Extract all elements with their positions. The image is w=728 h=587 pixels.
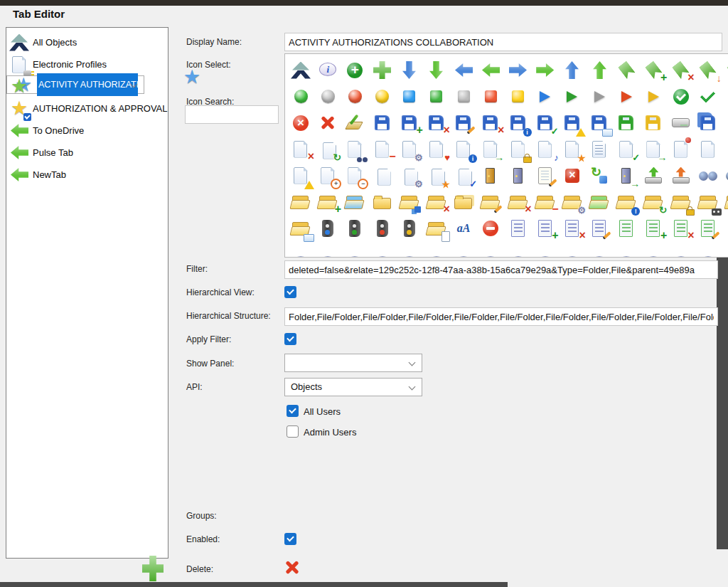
icon-grid-cell[interactable] [586,110,613,136]
icon-grid-cell[interactable] [287,189,314,215]
hierarchical-structure-input[interactable] [284,307,718,326]
icon-grid-cell[interactable] [586,83,613,110]
icon-grid-cell[interactable]: ✓ [532,110,559,136]
selected-icon-preview[interactable]: ★ [181,66,203,88]
icon-grid-cell[interactable] [396,57,423,83]
icon-grid-cell[interactable] [722,241,728,258]
sidebar-item-all-objects[interactable]: All Objects [6,31,168,53]
icon-grid-cell[interactable]: ↓ [695,57,722,83]
apply-filter-checkbox[interactable] [284,333,296,345]
icon-grid-cell[interactable]: × [505,189,532,215]
icon-grid-cell[interactable] [477,215,504,241]
icon-grid-cell[interactable] [314,83,341,110]
filter-input[interactable] [284,260,718,279]
icon-grid-cell[interactable]: + [640,215,667,241]
icon-grid-cell[interactable] [586,136,613,162]
icon-grid-cell[interactable] [341,215,368,241]
icon-grid-cell[interactable] [369,57,396,83]
icon-grid-cell[interactable] [369,110,396,136]
icon-grid-cell[interactable] [613,57,640,83]
icon-grid-cell[interactable] [640,241,667,258]
icon-grid-cell[interactable] [695,83,722,110]
icon-grid-cell[interactable] [668,83,695,110]
icon-grid-cell[interactable]: → [613,162,640,189]
icon-grid-cell[interactable] [722,83,728,110]
icon-grid-cell[interactable] [505,162,532,189]
icon-grid-cell[interactable]: i [505,110,532,136]
icon-grid-cell[interactable] [722,110,728,136]
icon-grid-cell[interactable]: + [640,57,667,83]
hierarchical-view-checkbox[interactable] [284,286,296,298]
icon-grid-cell[interactable] [505,83,532,110]
icon-grid-cell[interactable] [505,215,532,241]
icon-grid-cell[interactable] [477,241,504,258]
icon-grid-cell[interactable] [532,57,559,83]
icon-grid-cell[interactable] [369,189,396,215]
icon-grid-cell[interactable] [450,241,477,258]
all-users-checkbox[interactable] [287,405,299,417]
icon-grid-cell[interactable] [423,57,450,83]
icon-grid-cell[interactable]: i [450,136,477,162]
icon-grid-cell[interactable] [341,189,368,215]
sidebar-item-to-onedrive[interactable]: To OneDrive [6,120,168,142]
icon-grid-cell[interactable] [586,241,613,258]
icon-grid-cell[interactable]: ↻ [640,189,667,215]
icon-grid-cell[interactable] [695,189,722,215]
icon-grid-cell[interactable] [450,110,477,136]
icon-grid-cell[interactable] [314,57,341,83]
icon-grid-cell[interactable] [640,83,667,110]
icon-grid-cell[interactable]: − [369,136,396,162]
icon-grid-cell[interactable]: ✓ [613,136,640,162]
sidebar-item-pulse-tab[interactable]: Pulse Tab [6,142,168,164]
icon-grid-cell[interactable] [423,83,450,110]
icon-grid-cell[interactable] [640,110,667,136]
icon-grid-cell[interactable]: → [477,136,504,162]
sidebar-item-electronic-profiles[interactable]: Electronic Profiles [6,53,168,75]
icon-grid-cell[interactable] [477,57,504,83]
sidebar-item-newtab[interactable]: NewTab [6,164,168,186]
icon-grid-cell[interactable] [586,215,613,241]
icon-grid-cell[interactable] [668,241,695,258]
icon-grid-cell[interactable] [613,110,640,136]
admin-users-checkbox[interactable] [287,425,299,438]
icon-grid-cell[interactable] [396,83,423,110]
icon-grid-cell[interactable]: ↻ [314,136,341,162]
icon-grid-cell[interactable] [341,110,368,136]
icon-grid-cell[interactable] [369,215,396,241]
icon-grid-cell[interactable] [369,241,396,258]
icon-grid-cell[interactable] [287,215,314,241]
icon-grid-cell[interactable] [341,83,368,110]
icon-grid-cell[interactable]: ♥ [423,136,450,162]
icon-grid-cell[interactable]: ! [613,189,640,215]
icon-grid-cell[interactable] [695,241,722,258]
icon-grid-cell[interactable] [722,57,728,83]
icon-grid-cell[interactable] [423,162,450,189]
icon-grid-cell[interactable] [369,162,396,189]
icon-grid-cell[interactable]: + [314,162,341,189]
icon-grid-cell[interactable] [287,241,314,258]
icon-grid-cell[interactable] [668,136,695,162]
icon-grid-cell[interactable]: × [423,110,450,136]
icon-grid-cell[interactable] [287,83,314,110]
icon-grid-cell[interactable] [314,241,341,258]
icon-grid-cell[interactable] [369,83,396,110]
icon-grid-cell[interactable] [532,241,559,258]
icon-grid-cell[interactable] [722,189,728,215]
icon-grid-cell[interactable] [423,241,450,258]
icon-grid-cell[interactable]: ⚙ [396,136,423,162]
icon-grid-cell[interactable] [477,83,504,110]
icon-grid-cell[interactable]: ✓ [450,162,477,189]
icon-grid-cell[interactable] [505,241,532,258]
icon-grid-cell[interactable] [477,189,504,215]
show-panel-select[interactable] [284,354,422,372]
icon-grid-cell[interactable]: × [287,136,314,162]
icon-grid-cell[interactable] [668,110,695,136]
icon-grid-cell[interactable] [450,189,477,215]
icon-grid-cell[interactable]: × [559,215,586,241]
icon-grid-cell[interactable] [559,83,586,110]
icon-grid-cell[interactable] [559,110,586,136]
icon-grid-cell[interactable] [341,241,368,258]
icon-grid-cell[interactable] [396,189,423,215]
icon-grid-cell[interactable] [613,83,640,110]
icon-grid-cell[interactable] [287,57,314,83]
